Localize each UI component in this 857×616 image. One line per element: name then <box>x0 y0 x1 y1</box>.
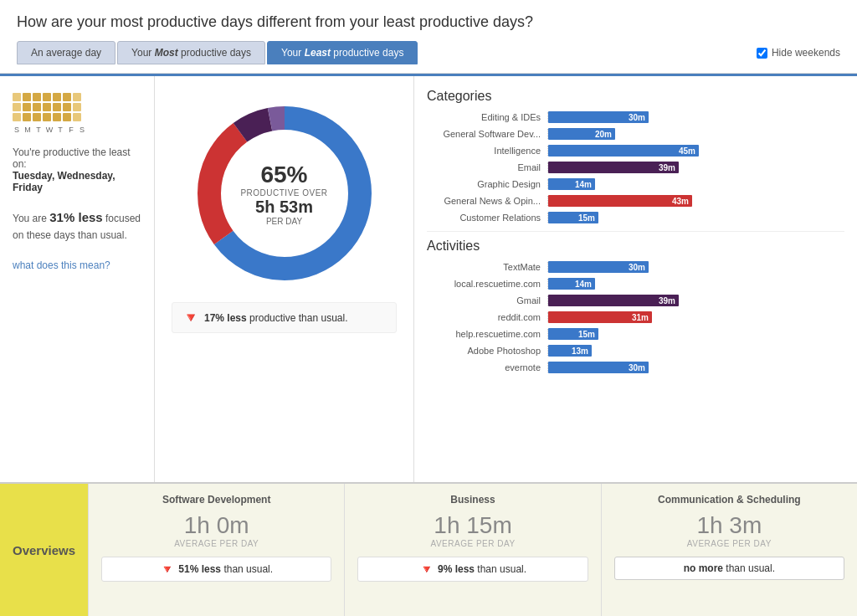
tab-least[interactable]: Your Least productive days <box>267 41 418 64</box>
bar-track: 30m <box>548 110 844 124</box>
bar-fill: 14m <box>548 178 595 190</box>
overview-avg: AVERAGE PER DAY <box>101 539 331 548</box>
overview-note-text: no more than usual. <box>684 562 775 574</box>
overviews-columns: Software Development 1h 0m AVERAGE PER D… <box>88 484 857 616</box>
overview-avg: AVERAGE PER DAY <box>357 539 588 548</box>
down-arrow-icon: 🔻 <box>160 562 174 576</box>
bar-fill: 20m <box>548 128 615 140</box>
hide-weekends-checkbox[interactable] <box>757 48 767 59</box>
bar-label: Email <box>427 162 548 172</box>
overview-time: 1h 0m <box>101 512 331 539</box>
overview-note: 🔻 9% less than usual. <box>357 557 588 582</box>
overview-note-text: 51% less than usual. <box>178 563 273 575</box>
overview-col-title: Business <box>357 494 588 506</box>
bar-track: 30m <box>548 260 844 274</box>
bar-fill: 13m <box>548 345 592 357</box>
bar-fill: 15m <box>548 328 598 340</box>
donut-time: 5h 53m <box>240 198 327 217</box>
bar-label: reddit.com <box>427 312 548 322</box>
bar-track: 15m <box>548 327 844 341</box>
overview-note: no more than usual. <box>614 557 844 580</box>
bar-track: 15m <box>548 211 844 224</box>
bar-track: 39m <box>548 161 844 174</box>
overviews-label: Overviews <box>0 484 88 616</box>
focus-pct: 31% less <box>49 210 102 224</box>
least-on-days: Tuesday, Wednesday, Friday <box>13 170 141 193</box>
tabs: An average day Your Most productive days… <box>17 41 418 64</box>
hide-weekends-control: Hide weekends <box>757 47 840 59</box>
down-arrow-icon: 🔻 <box>182 310 199 326</box>
list-item: evernote30m <box>427 361 844 374</box>
overview-time: 1h 3m <box>614 512 844 539</box>
bar-label: evernote <box>427 362 548 372</box>
center-panel: 65% PRODUCTIVE OVER 5h 53m PER DAY 🔻 17%… <box>155 76 414 482</box>
bar-track: 13m <box>548 344 844 357</box>
page-title: How are your most productive days differ… <box>17 13 840 31</box>
list-item: Graphic Design14m <box>427 177 844 191</box>
bar-fill: 30m <box>548 111 649 123</box>
list-item: TextMate30m <box>427 260 844 274</box>
down-arrow-icon: 🔻 <box>419 562 434 576</box>
note-pct: 17% less <box>204 312 247 324</box>
bar-track: 45m <box>548 144 844 157</box>
calendar-icon: SMTWTFS <box>13 93 141 134</box>
bar-fill: 45m <box>548 145 699 157</box>
tabs-row: An average day Your Most productive days… <box>17 41 840 64</box>
bar-label: Customer Relations <box>427 213 548 223</box>
bar-label: General Software Dev... <box>427 129 548 139</box>
bar-fill: 31m <box>548 311 652 323</box>
overviews-section: Overviews Software Development 1h 0m AVE… <box>0 482 857 616</box>
overview-time: 1h 15m <box>357 512 588 539</box>
bar-fill: 39m <box>548 162 679 173</box>
bar-label: Adobe Photoshop <box>427 346 548 356</box>
list-item: help.rescuetime.com15m <box>427 327 844 341</box>
bar-track: 20m <box>548 127 844 141</box>
list-item: General News & Opin...43m <box>427 194 844 208</box>
donut-label: PRODUCTIVE OVER <box>240 188 327 198</box>
bar-label: General News & Opin... <box>427 196 548 206</box>
bar-fill: 43m <box>548 195 692 207</box>
productivity-note: 🔻 17% less productive than usual. <box>172 302 397 333</box>
bar-label: Intelligence <box>427 146 548 156</box>
overview-note-text: 9% less than usual. <box>438 563 526 575</box>
note-suffix: productive than usual. <box>249 312 347 324</box>
activities-title: Activities <box>427 239 844 254</box>
focus-prefix: You are <box>13 213 47 224</box>
focus-section: You are 31% less focused on these days t… <box>13 208 141 243</box>
donut-chart: 65% PRODUCTIVE OVER 5h 53m PER DAY <box>192 101 377 285</box>
bar-label: help.rescuetime.com <box>427 329 548 339</box>
list-item: Adobe Photoshop13m <box>427 344 844 357</box>
bar-track: 14m <box>548 277 844 290</box>
tab-most[interactable]: Your Most productive days <box>117 41 265 64</box>
categories-title: Categories <box>427 89 844 104</box>
hide-weekends-label: Hide weekends <box>772 47 840 59</box>
list-item: reddit.com31m <box>427 311 844 324</box>
list-item: Gmail39m <box>427 294 844 307</box>
bar-track: 30m <box>548 361 844 374</box>
least-on-label: You're productive the least on: <box>13 146 131 170</box>
bar-fill: 14m <box>548 278 595 290</box>
tab-average[interactable]: An average day <box>17 41 115 64</box>
bar-label: local.rescuetime.com <box>427 279 548 289</box>
categories-list: Editing & IDEs30mGeneral Software Dev...… <box>427 110 844 224</box>
overview-column: Business 1h 15m AVERAGE PER DAY 🔻 9% les… <box>344 484 600 616</box>
header: How are your most productive days differ… <box>0 0 857 74</box>
donut-per: PER DAY <box>240 217 327 226</box>
what-does-link[interactable]: what does this mean? <box>13 259 141 271</box>
bar-fill: 39m <box>548 295 679 306</box>
bar-label: Graphic Design <box>427 179 548 189</box>
bar-track: 14m <box>548 177 844 191</box>
donut-center: 65% PRODUCTIVE OVER 5h 53m PER DAY <box>240 162 327 226</box>
donut-pct: 65% <box>240 162 327 188</box>
bar-label: Gmail <box>427 295 548 305</box>
bar-fill: 15m <box>548 212 598 223</box>
overview-avg: AVERAGE PER DAY <box>614 539 844 548</box>
overview-column: Communication & Scheduling 1h 3m AVERAGE… <box>601 484 857 616</box>
bar-track: 43m <box>548 194 844 208</box>
list-item: Intelligence45m <box>427 144 844 157</box>
list-item: Editing & IDEs30m <box>427 110 844 124</box>
bar-fill: 30m <box>548 261 649 273</box>
list-item: Customer Relations15m <box>427 211 844 224</box>
left-panel: SMTWTFS You're productive the least on: … <box>0 76 155 482</box>
bar-track: 39m <box>548 294 844 307</box>
